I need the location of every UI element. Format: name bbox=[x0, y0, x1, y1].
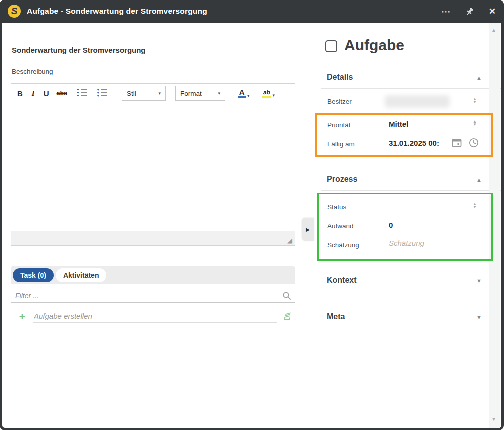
filter-box bbox=[11, 289, 296, 303]
calendar-icon[interactable] bbox=[452, 137, 462, 150]
window-titlebar: S Aufgabe - Sonderwartung der Stromverso… bbox=[0, 0, 504, 23]
owner-value-redacted[interactable] bbox=[385, 95, 450, 108]
status-label: Status bbox=[328, 203, 346, 211]
panel-title: Aufgabe bbox=[344, 37, 404, 54]
status-sort-icon[interactable]: ▲ ▼ bbox=[473, 203, 477, 209]
clock-icon[interactable] bbox=[468, 137, 480, 150]
highlight-color-button[interactable]: ab ▾ bbox=[262, 89, 276, 98]
tab-activities[interactable]: Aktivitäten bbox=[56, 268, 107, 282]
text-color-letter: A bbox=[240, 88, 245, 96]
status-underline bbox=[389, 214, 482, 214]
description-label: Beschreibung bbox=[12, 68, 54, 75]
estimate-input[interactable] bbox=[389, 239, 482, 247]
priority-sort-icon[interactable]: ▲ ▼ bbox=[473, 120, 477, 126]
sort-down-icon: ▼ bbox=[473, 123, 477, 126]
sort-down-icon: ▼ bbox=[473, 206, 477, 209]
bullet-list-icon[interactable] bbox=[97, 88, 108, 99]
pin-icon[interactable] bbox=[466, 7, 475, 16]
collapse-panel-handle[interactable]: ▶ bbox=[302, 218, 314, 241]
highlight-color-bar bbox=[262, 96, 272, 98]
due-date-label: Fällig am bbox=[328, 140, 355, 148]
chevron-down-icon: ▾ bbox=[159, 91, 162, 96]
due-date-icons bbox=[452, 137, 480, 150]
format-select[interactable]: Format ▾ bbox=[176, 86, 226, 101]
tab-task[interactable]: Task (0) bbox=[13, 268, 54, 282]
create-task-input[interactable] bbox=[33, 310, 278, 323]
process-divider bbox=[321, 190, 502, 191]
effort-label: Aufwand bbox=[328, 222, 354, 230]
task-complete-checkbox[interactable] bbox=[326, 40, 338, 52]
description-editor-area[interactable] bbox=[11, 103, 296, 231]
priority-label: Priorität bbox=[328, 121, 351, 129]
owner-sort-icon[interactable]: ▲ ▼ bbox=[473, 98, 477, 104]
effort-underline bbox=[389, 233, 482, 233]
task-title-heading: Sonderwartung der Stromversorgung bbox=[12, 46, 292, 54]
stack-send-icon[interactable] bbox=[282, 311, 292, 321]
priority-value[interactable]: Mittel bbox=[389, 120, 469, 128]
create-task-row: + bbox=[11, 308, 296, 325]
task-dialog: S Aufgabe - Sonderwartung der Stromverso… bbox=[0, 0, 504, 430]
heading-divider bbox=[11, 59, 296, 59]
chevron-down-icon: ▾ bbox=[273, 93, 276, 98]
text-color-button[interactable]: A ▾ bbox=[238, 88, 250, 98]
scroll-down-icon[interactable]: ▼ bbox=[492, 416, 496, 422]
section-kontext[interactable]: Kontext bbox=[327, 276, 357, 285]
close-icon[interactable]: ✕ bbox=[489, 6, 496, 17]
chevron-right-icon: ▶ bbox=[306, 227, 310, 232]
bold-button[interactable]: B bbox=[18, 90, 23, 97]
expand-meta-icon[interactable]: ▼ bbox=[476, 314, 482, 320]
resize-handle-icon[interactable]: ◢ bbox=[288, 237, 292, 244]
chevron-down-icon: ▾ bbox=[248, 93, 250, 98]
editor-footer: ◢ bbox=[11, 231, 296, 246]
sort-down-icon: ▼ bbox=[473, 101, 477, 104]
italic-button[interactable]: I bbox=[30, 90, 36, 97]
ordered-list-icon[interactable] bbox=[77, 88, 88, 99]
section-process[interactable]: Prozess bbox=[327, 175, 358, 184]
priority-underline bbox=[389, 131, 482, 131]
plus-icon[interactable]: + bbox=[16, 311, 29, 322]
scroll-up-icon[interactable]: ▲ bbox=[492, 27, 496, 33]
owner-label: Besitzer bbox=[328, 98, 352, 105]
right-panel-scrollbar[interactable] bbox=[490, 23, 500, 428]
expand-kontext-icon[interactable]: ▼ bbox=[476, 278, 482, 284]
search-icon[interactable] bbox=[282, 291, 292, 300]
section-details[interactable]: Details bbox=[327, 73, 353, 82]
underline-button[interactable]: U bbox=[44, 90, 50, 97]
app-logo-icon: S bbox=[8, 5, 21, 18]
strikethrough-button[interactable]: abc bbox=[57, 90, 68, 97]
style-select-value: Stil bbox=[127, 90, 136, 97]
estimate-label: Schätzung bbox=[328, 241, 360, 249]
chevron-down-icon: ▾ bbox=[218, 91, 221, 96]
format-select-value: Format bbox=[180, 90, 202, 97]
collapse-process-icon[interactable]: ▲ bbox=[476, 177, 482, 183]
filter-input[interactable] bbox=[12, 292, 282, 300]
effort-value[interactable]: 0 bbox=[389, 221, 469, 229]
editor-toolbar: B I U abc Stil ▾ Format ▾ A ▾ ab ▾ bbox=[11, 83, 296, 103]
lower-tabbar: Task (0) Aktivitäten bbox=[11, 266, 296, 284]
collapse-details-icon[interactable]: ▲ bbox=[476, 75, 482, 81]
highlight-letters: ab bbox=[263, 89, 271, 95]
details-divider bbox=[321, 88, 502, 89]
panel-divider bbox=[314, 23, 314, 428]
window-title: Aufgabe - Sonderwartung der Stromversorg… bbox=[27, 7, 208, 16]
due-date-underline bbox=[389, 150, 451, 150]
estimate-underline bbox=[389, 252, 482, 252]
section-meta[interactable]: Meta bbox=[327, 312, 345, 321]
more-options-icon[interactable]: ⋯ bbox=[442, 6, 452, 17]
due-date-value[interactable]: 31.01.2025 00: bbox=[389, 139, 450, 147]
titlebar-actions: ⋯ ✕ bbox=[442, 6, 496, 17]
text-color-bar bbox=[238, 96, 246, 98]
style-select[interactable]: Stil ▾ bbox=[122, 86, 166, 101]
